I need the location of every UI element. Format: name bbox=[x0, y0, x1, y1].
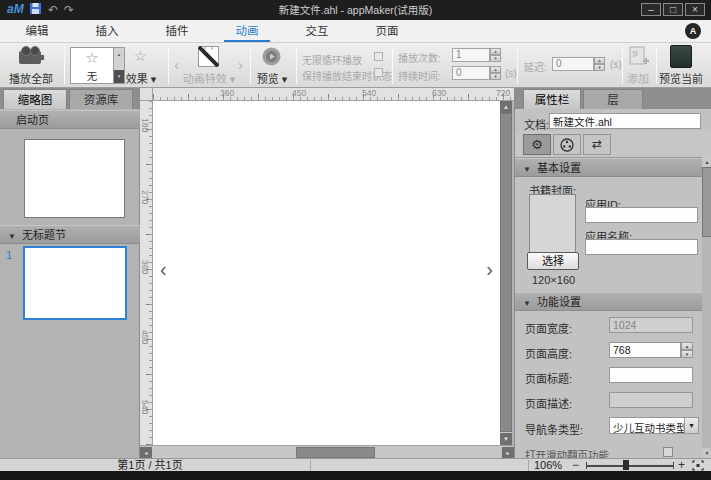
startup-section-header: 启动页 bbox=[0, 110, 140, 129]
star-icon: ☆ bbox=[71, 48, 113, 68]
navbar-type-dropdown[interactable]: 少儿互动书类型 ▾ bbox=[609, 417, 699, 434]
effect-none-label: 无 bbox=[71, 68, 113, 83]
book-cover-preview[interactable] bbox=[529, 194, 576, 259]
menu-tab-edit[interactable]: 编辑 bbox=[14, 20, 60, 42]
collapse-icon: ▼ bbox=[8, 232, 16, 241]
caret-down-icon: ▾ bbox=[282, 73, 288, 85]
tab-properties[interactable]: 属性栏 bbox=[523, 89, 581, 109]
zoom-slider-track[interactable] bbox=[586, 465, 674, 467]
tab-layers[interactable]: 层 bbox=[583, 89, 643, 109]
delay-input[interactable]: 0 bbox=[552, 57, 594, 71]
spinner-up-icon: ▴ bbox=[681, 342, 693, 350]
menu-tab-plugin[interactable]: 插件 bbox=[154, 20, 200, 42]
ruler-label: 630 bbox=[432, 88, 446, 98]
zoom-in-icon[interactable]: + bbox=[678, 458, 685, 472]
save-icon[interactable] bbox=[30, 3, 41, 17]
ruler-label: 540 bbox=[140, 400, 150, 414]
effect-none-box[interactable]: ☆ 无 bbox=[70, 47, 114, 84]
scroll-down-button[interactable]: ▼ bbox=[500, 433, 512, 445]
properties-panel: 属性栏 层 文档: ⚙ ⇄ ▼基本设置 书籍封面: 应用ID: 应用名称: 选择… bbox=[514, 88, 711, 458]
appmaker-badge-icon[interactable]: A bbox=[685, 23, 701, 39]
redo-icon[interactable]: ↷ bbox=[64, 3, 74, 17]
vscrollbar-thumb[interactable] bbox=[500, 113, 512, 432]
page-height-input[interactable] bbox=[609, 342, 681, 358]
preview-dropdown-button[interactable]: 预览 ▾ bbox=[250, 70, 294, 86]
page-height-spinner[interactable]: ▴▾ bbox=[681, 342, 693, 358]
scroll-up-button[interactable]: ▲ bbox=[702, 157, 711, 167]
swap-arrows-icon[interactable]: ⇄ bbox=[583, 134, 611, 155]
scroll-up-button[interactable]: ▲ bbox=[500, 101, 512, 113]
page-width-label: 页面宽度: bbox=[525, 320, 572, 336]
ruler-label: 270 bbox=[140, 190, 150, 204]
tab-thumbnails[interactable]: 缩略图 bbox=[3, 89, 67, 109]
duration-unit: (s) bbox=[505, 68, 517, 79]
loop-checkbox-label: 无限循环播放 bbox=[302, 52, 362, 67]
basic-settings-header[interactable]: ▼基本设置 bbox=[515, 158, 711, 177]
ruler-corner bbox=[140, 88, 153, 101]
app-name-input[interactable] bbox=[585, 239, 698, 255]
maximize-button[interactable]: □ bbox=[663, 3, 683, 16]
page-width-input bbox=[609, 317, 693, 333]
preview-current-button[interactable]: 预览当前 bbox=[652, 70, 710, 86]
effects-dropdown-button[interactable]: 效果 ▾ bbox=[118, 70, 164, 86]
menu-tab-page[interactable]: 页面 bbox=[364, 20, 410, 42]
startup-page-thumbnail[interactable] bbox=[24, 139, 125, 218]
clipped-option-checkbox[interactable] bbox=[663, 447, 673, 457]
left-panel: 缩略图 资源库 启动页 ▼无标题节 1 bbox=[0, 88, 140, 458]
document-name-input[interactable] bbox=[549, 113, 701, 129]
minimize-button[interactable]: – bbox=[641, 3, 661, 16]
status-bar: 第1页 / 共1页 106% − + bbox=[0, 458, 711, 471]
spinner-up-icon: ▴ bbox=[490, 48, 501, 55]
spinner-up-icon: ▴ bbox=[594, 57, 605, 64]
play-count-input[interactable]: 1 bbox=[452, 48, 490, 62]
ruler-label: 450 bbox=[140, 330, 150, 344]
zoom-slider-thumb[interactable] bbox=[623, 460, 629, 470]
play-count-spinner[interactable]: ▴▾ bbox=[490, 48, 501, 62]
add-icon bbox=[628, 46, 650, 70]
reel-icon[interactable] bbox=[553, 134, 581, 155]
scroll-up-icon[interactable]: ▴ bbox=[114, 48, 124, 61]
window-bottom-edge bbox=[0, 471, 711, 480]
page-title-input[interactable] bbox=[609, 367, 693, 383]
app-logo: aM bbox=[7, 2, 24, 16]
menu-tab-animation[interactable]: 动画 bbox=[224, 20, 270, 42]
next-page-arrow[interactable]: › bbox=[486, 259, 493, 279]
page-title-label: 页面标题: bbox=[525, 370, 572, 386]
panel-scrollbar-thumb[interactable] bbox=[702, 167, 711, 237]
window-title: 新建文件.ahl - appMaker(试用版) bbox=[200, 0, 511, 20]
function-settings-header[interactable]: ▼功能设置 bbox=[515, 292, 711, 311]
page-1-thumbnail-selected[interactable] bbox=[23, 246, 127, 320]
select-cover-button[interactable]: 选择 bbox=[527, 252, 579, 270]
canvas-vscrollbar: ▲ ▼ bbox=[500, 101, 512, 445]
menu-tab-interaction[interactable]: 交互 bbox=[294, 20, 340, 42]
right-panel-tabstrip: 属性栏 层 bbox=[515, 88, 711, 109]
page-canvas[interactable]: ‹ › bbox=[153, 101, 500, 445]
left-panel-tabstrip: 缩略图 资源库 bbox=[0, 88, 140, 109]
play-count-label: 播放次数: bbox=[398, 50, 441, 65]
untitled-section-header[interactable]: ▼无标题节 bbox=[0, 225, 140, 244]
dropdown-arrow-icon[interactable]: ▾ bbox=[684, 418, 698, 433]
prev-page-arrow[interactable]: ‹ bbox=[160, 259, 167, 279]
duration-spinner[interactable]: ▴▾ bbox=[490, 66, 501, 80]
undo-icon[interactable]: ↶ bbox=[48, 3, 58, 17]
delay-spinner[interactable]: ▴▾ bbox=[594, 57, 605, 71]
scroll-down-button[interactable]: ▼ bbox=[702, 448, 711, 458]
app-id-input[interactable] bbox=[585, 207, 698, 223]
fx-next-icon[interactable]: › bbox=[238, 56, 243, 73]
hscrollbar-thumb[interactable] bbox=[296, 447, 375, 458]
anim-fx-dropdown-button[interactable]: 动画特效 ▾ bbox=[176, 70, 242, 86]
page-number-label: 1 bbox=[6, 249, 12, 261]
loop-checkbox[interactable] bbox=[374, 52, 383, 61]
spinner-up-icon: ▴ bbox=[490, 66, 501, 73]
delay-label: 延迟: bbox=[524, 59, 547, 74]
settings-gear-icon[interactable]: ⚙ bbox=[523, 134, 551, 155]
close-button[interactable]: × bbox=[685, 3, 705, 16]
tab-resources[interactable]: 资源库 bbox=[69, 89, 133, 109]
spinner-down-icon: ▾ bbox=[594, 64, 605, 71]
keep-state-checkbox[interactable] bbox=[374, 68, 383, 77]
animation-toolbar: 播放全部 ☆ 无 ▴ ▾ ☆ 效果 ▾ ‹ 动画特效 ▾ › 预览 ▾ 无限循环… bbox=[0, 43, 711, 88]
menu-tab-insert[interactable]: 插入 bbox=[84, 20, 130, 42]
play-all-button[interactable]: 播放全部 bbox=[2, 70, 60, 86]
duration-input[interactable]: 0 bbox=[452, 66, 490, 80]
zoom-out-icon[interactable]: − bbox=[572, 458, 579, 472]
